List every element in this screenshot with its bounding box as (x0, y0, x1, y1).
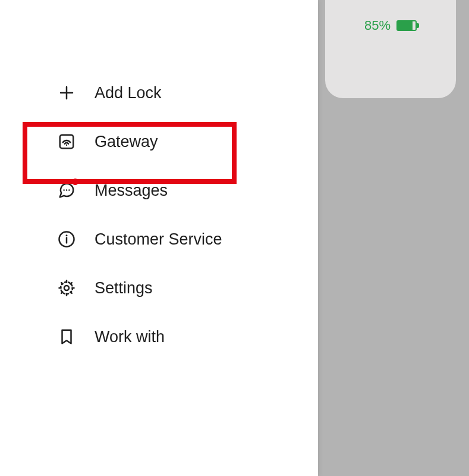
battery-percentage: 85% (364, 18, 391, 33)
menu-item-label: Gateway (95, 133, 158, 151)
svg-rect-2 (60, 135, 74, 149)
menu-item-messages[interactable]: Messages (0, 166, 318, 215)
bookmark-icon (56, 327, 77, 347)
plus-icon (56, 83, 77, 103)
messages-icon (56, 180, 77, 201)
svg-point-4 (63, 189, 65, 191)
menu-item-add-lock[interactable]: Add Lock (0, 68, 318, 117)
info-icon (56, 229, 77, 249)
svg-point-9 (66, 234, 68, 236)
menu-item-label: Customer Service (95, 230, 222, 249)
menu-item-settings[interactable]: Settings (0, 264, 318, 312)
lock-status-card: 85% (325, 0, 456, 98)
gear-icon (56, 278, 77, 298)
side-drawer: Add Lock Gateway (0, 0, 318, 476)
svg-point-10 (64, 286, 69, 290)
svg-point-5 (66, 189, 68, 191)
drawer-menu: Add Lock Gateway (0, 68, 318, 361)
gateway-icon (56, 131, 77, 152)
menu-item-label: Messages (95, 181, 168, 200)
menu-item-customer-service[interactable]: Customer Service (0, 215, 318, 264)
battery-icon (396, 20, 417, 31)
menu-item-label: Work with (95, 328, 165, 346)
battery-status: 85% (364, 18, 417, 33)
menu-item-label: Add Lock (95, 84, 162, 102)
menu-item-label: Settings (95, 279, 153, 298)
menu-item-work-with[interactable]: Work with (0, 312, 318, 361)
menu-item-gateway[interactable]: Gateway (0, 117, 318, 166)
svg-point-3 (66, 144, 68, 146)
svg-point-6 (68, 189, 70, 191)
notification-badge (72, 178, 78, 185)
